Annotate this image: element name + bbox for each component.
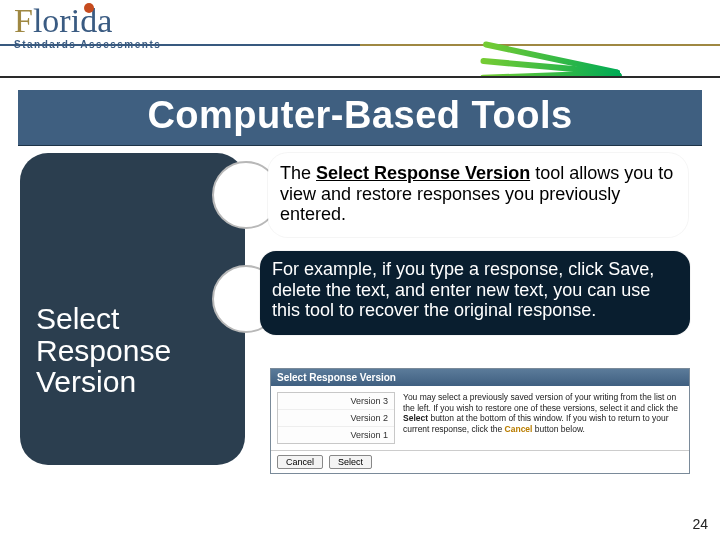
list-item[interactable]: Version 2	[278, 410, 394, 427]
bubble1-highlight: Select Response Version	[316, 163, 530, 183]
select-button[interactable]: Select	[329, 455, 372, 469]
content-area: Select Response Version The Select Respo…	[0, 153, 720, 523]
cancel-button[interactable]: Cancel	[277, 455, 323, 469]
list-item[interactable]: Version 3	[278, 393, 394, 410]
feature-label-box: Select Response Version	[20, 153, 245, 465]
dialog-body: Version 3 Version 2 Version 1 You may se…	[271, 386, 689, 450]
dialog-instr-a: You may select a previously saved versio…	[403, 392, 678, 413]
dialog-instr-select: Select	[403, 413, 428, 423]
header: Florida Standards Assessments	[0, 0, 720, 78]
list-item[interactable]: Version 1	[278, 427, 394, 443]
palm-decor	[460, 0, 720, 76]
logo-wordmark: Florida	[14, 6, 161, 37]
info-bubble-1: The Select Response Version tool allows …	[268, 153, 688, 237]
dialog-instructions: You may select a previously saved versio…	[403, 392, 683, 444]
slide: Florida Standards Assessments Computer-B…	[0, 0, 720, 540]
dialog-instr-c: button below.	[532, 424, 584, 434]
dialog-footer: Cancel Select	[271, 450, 689, 473]
bubble1-pre: The	[280, 163, 316, 183]
dialog-instr-cancel: Cancel	[505, 424, 533, 434]
feature-label: Select Response Version	[36, 303, 229, 398]
dialog-title: Select Response Version	[271, 369, 689, 386]
page-number: 24	[692, 516, 708, 532]
version-list[interactable]: Version 3 Version 2 Version 1	[277, 392, 395, 444]
slide-title: Computer-Based Tools	[18, 90, 702, 145]
select-response-version-dialog: Select Response Version Version 3 Versio…	[270, 368, 690, 474]
info-bubble-2: For example, if you type a response, cli…	[260, 251, 690, 335]
